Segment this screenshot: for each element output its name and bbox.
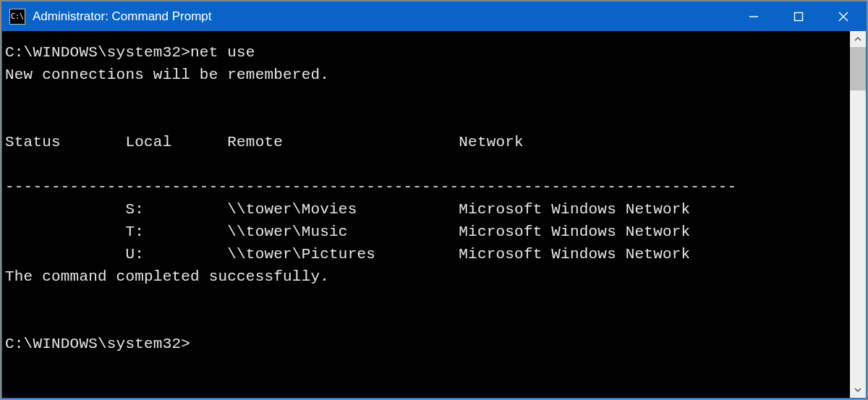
- terminal-output[interactable]: C:\WINDOWS\system32>net use New connecti…: [2, 31, 850, 398]
- command-prompt-window: C:\ Administrator: Command Prompt C:\WIN…: [1, 1, 867, 399]
- scroll-up-button[interactable]: [850, 31, 866, 47]
- maximize-icon: [793, 12, 804, 22]
- window-title: Administrator: Command Prompt: [33, 9, 731, 24]
- maximize-button[interactable]: [776, 2, 821, 31]
- chevron-down-icon: [854, 386, 861, 393]
- svg-rect-1: [795, 13, 803, 21]
- app-icon: C:\: [9, 9, 25, 25]
- title-bar[interactable]: C:\ Administrator: Command Prompt: [2, 2, 866, 31]
- scroll-down-button[interactable]: [850, 382, 866, 398]
- scrollbar-thumb[interactable]: [850, 47, 866, 90]
- client-area: C:\WINDOWS\system32>net use New connecti…: [2, 31, 866, 398]
- minimize-icon: [749, 12, 759, 22]
- vertical-scrollbar[interactable]: [850, 31, 866, 398]
- chevron-up-icon: [854, 35, 861, 43]
- close-button[interactable]: [821, 2, 866, 31]
- minimize-button[interactable]: [731, 2, 776, 31]
- close-icon: [838, 12, 848, 22]
- scrollbar-track[interactable]: [850, 47, 866, 382]
